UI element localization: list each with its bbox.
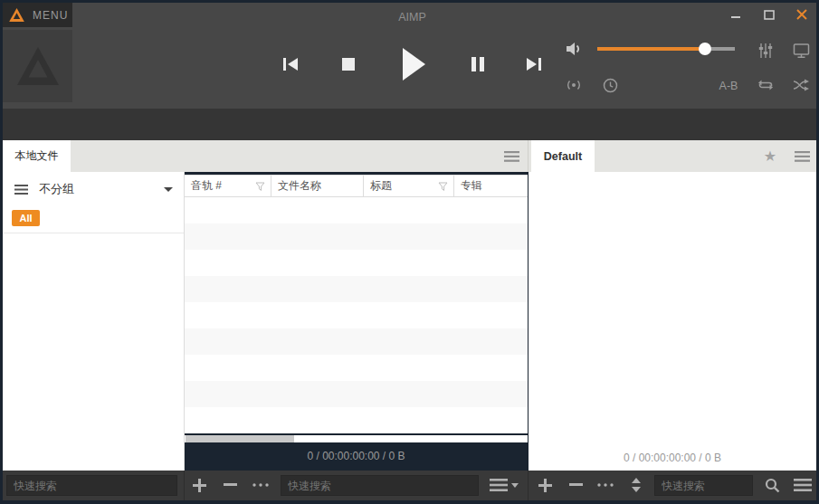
aimp-window: AIMP MENU <box>0 0 819 504</box>
volume-slider[interactable] <box>597 39 735 59</box>
repeat-button[interactable] <box>753 76 778 94</box>
toolbar-menu-button[interactable] <box>790 472 815 498</box>
play-icon <box>401 47 426 81</box>
previous-icon <box>281 56 300 72</box>
titlebar[interactable]: AIMP <box>3 3 816 27</box>
sort-button[interactable] <box>624 472 649 498</box>
close-icon <box>796 9 807 20</box>
playlist-search-input[interactable] <box>654 475 753 496</box>
column-track-number[interactable]: 音轨 # <box>185 176 271 196</box>
horizontal-scrollbar[interactable] <box>185 435 528 442</box>
toolbar-separator <box>528 471 529 500</box>
waveform-seekbar[interactable] <box>3 109 816 140</box>
pause-button[interactable] <box>465 53 490 75</box>
aimp-logo-icon <box>9 8 24 22</box>
list-view-icon <box>490 479 508 491</box>
shuffle-icon <box>792 78 810 92</box>
add-group-button[interactable] <box>186 472 212 498</box>
visualization-button[interactable] <box>788 41 814 61</box>
maximize-button[interactable] <box>756 5 783 24</box>
hamburger-icon <box>795 151 810 162</box>
library-search-input[interactable] <box>281 475 479 496</box>
window-title: AIMP <box>274 5 550 30</box>
album-art[interactable] <box>3 30 72 102</box>
column-album[interactable]: 专辑 <box>454 176 528 196</box>
next-button[interactable] <box>521 53 547 75</box>
tree-search-input[interactable] <box>6 475 177 496</box>
library-tabbar <box>3 140 528 172</box>
mute-button[interactable] <box>563 39 585 59</box>
add-files-button[interactable] <box>532 472 557 498</box>
repeat-icon <box>757 78 775 92</box>
search-icon <box>765 478 780 493</box>
scrollbar-thumb[interactable] <box>186 435 294 442</box>
filter-funnel-icon[interactable] <box>438 182 448 192</box>
main-menu-button[interactable]: MENU <box>3 3 72 27</box>
filter-funnel-icon[interactable] <box>255 182 265 192</box>
more-dots-icon <box>597 483 614 487</box>
hamburger-icon <box>794 479 812 491</box>
clock-icon <box>603 78 618 93</box>
playlist-more-button[interactable] <box>593 472 618 498</box>
table-header: 音轨 # 文件名称 标题 专辑 <box>185 175 528 197</box>
next-icon <box>525 56 543 72</box>
close-button[interactable] <box>788 5 815 24</box>
radio-capture-button[interactable] <box>563 76 585 94</box>
minimize-button[interactable] <box>722 5 749 24</box>
stop-icon <box>341 57 356 71</box>
stop-button[interactable] <box>336 53 361 75</box>
volume-thumb[interactable] <box>699 43 711 55</box>
tab-playlist-default[interactable]: Default <box>531 140 595 172</box>
grouping-icon <box>14 185 28 195</box>
ab-repeat-button[interactable]: A-B <box>713 78 744 94</box>
maximize-icon <box>764 10 775 20</box>
previous-button[interactable] <box>278 53 303 75</box>
library-tabbar-menu-button[interactable] <box>500 147 523 166</box>
playlist-panel[interactable] <box>529 172 816 471</box>
remove-files-button[interactable] <box>563 472 588 498</box>
playlist-menu-button[interactable] <box>791 147 813 166</box>
sort-up-down-icon <box>632 478 641 492</box>
volume-fill <box>597 47 705 51</box>
library-status-text: 0 / 00:00:00:00 / 0 B <box>185 450 528 462</box>
equalizer-icon <box>757 43 774 59</box>
playlist-status-text: 0 / 00:00:00:00 / 0 B <box>529 452 816 464</box>
pause-icon <box>471 56 485 72</box>
bookmark-star-icon[interactable]: ★ <box>760 146 780 166</box>
radio-broadcast-icon <box>565 78 583 92</box>
play-button[interactable] <box>395 44 432 84</box>
library-more-button[interactable] <box>248 472 273 498</box>
minimize-icon <box>731 10 741 19</box>
minus-icon <box>569 483 583 487</box>
hamburger-icon <box>504 151 519 162</box>
album-placeholder-triangle-icon <box>17 47 59 85</box>
sleep-timer-button[interactable] <box>600 76 620 94</box>
plus-icon <box>538 479 552 492</box>
chevron-down-icon <box>164 187 173 192</box>
more-dots-icon <box>252 483 269 487</box>
column-title[interactable]: 标题 <box>364 176 454 196</box>
grouping-label: 不分组 <box>39 181 74 197</box>
remove-group-button[interactable] <box>217 472 243 498</box>
menu-label: MENU <box>33 9 68 22</box>
monitor-icon <box>793 43 810 59</box>
group-all-item[interactable]: All <box>12 210 40 226</box>
equalizer-button[interactable] <box>753 41 778 61</box>
find-button[interactable] <box>759 472 785 498</box>
chevron-down-icon <box>511 483 519 488</box>
view-menu-button[interactable] <box>488 472 520 498</box>
track-table-body[interactable] <box>185 197 528 433</box>
plus-icon <box>193 479 206 492</box>
shuffle-button[interactable] <box>788 76 814 94</box>
minus-icon <box>224 483 237 487</box>
tree-separator <box>3 233 184 233</box>
column-filename[interactable]: 文件名称 <box>271 176 364 196</box>
tab-local-files[interactable]: 本地文件 <box>3 140 71 172</box>
grouping-dropdown[interactable]: 不分组 <box>3 176 184 202</box>
speaker-icon <box>565 41 583 57</box>
toolbar-separator <box>184 471 185 500</box>
